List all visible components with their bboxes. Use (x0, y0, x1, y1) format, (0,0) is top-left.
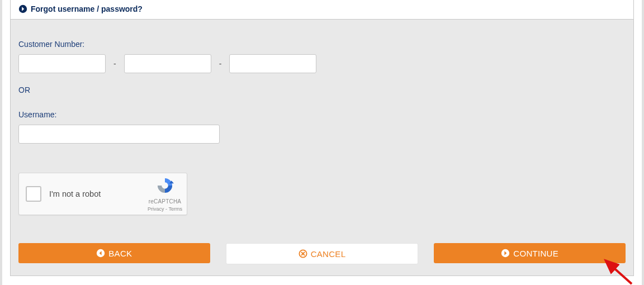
arrow-right-circle-icon (18, 4, 27, 13)
recaptcha-text: I'm not a robot (49, 189, 101, 198)
customer-number-row: - - (18, 54, 626, 73)
recaptcha-icon (156, 177, 174, 197)
recaptcha-right: reCAPTCHA Privacy - Terms (146, 173, 187, 215)
customer-number-seg3[interactable] (229, 54, 316, 73)
customer-number-label: Customer Number: (18, 40, 626, 49)
recaptcha-privacy-link[interactable]: Privacy (148, 206, 164, 212)
separator-1: - (113, 59, 116, 68)
cancel-circle-icon (299, 249, 307, 258)
username-field[interactable] (18, 125, 220, 144)
recaptcha-widget[interactable]: I'm not a robot reCAPTCHA Privacy - Term… (18, 173, 187, 215)
back-button-label: BACK (108, 249, 132, 258)
customer-number-seg2[interactable] (124, 54, 211, 73)
username-label: Username: (18, 110, 626, 119)
continue-button[interactable]: CONTINUE (434, 243, 626, 263)
page-container: Forgot username / password? Customer Num… (0, 0, 644, 285)
separator-2: - (219, 59, 222, 68)
arrow-left-circle-icon (96, 249, 105, 258)
customer-number-seg1[interactable] (18, 54, 106, 73)
forgot-header[interactable]: Forgot username / password? (10, 0, 634, 20)
recaptcha-checkbox[interactable] (26, 186, 41, 202)
username-row (18, 125, 626, 144)
back-button[interactable]: BACK (18, 243, 210, 263)
arrow-right-circle-icon (501, 249, 510, 258)
button-row: BACK CANCEL (18, 243, 626, 264)
forgot-header-title: Forgot username / password? (31, 4, 143, 13)
recaptcha-left: I'm not a robot (19, 173, 146, 215)
cancel-button-label: CANCEL (311, 249, 346, 259)
form-body: Customer Number: - - OR Username: I'm no… (10, 20, 634, 276)
recaptcha-brand: reCAPTCHA (149, 198, 181, 205)
cancel-button[interactable]: CANCEL (226, 243, 419, 264)
continue-button-label: CONTINUE (513, 249, 558, 258)
or-label: OR (18, 86, 626, 94)
recaptcha-legal: Privacy - Terms (148, 206, 182, 212)
recaptcha-terms-link[interactable]: Terms (168, 206, 182, 212)
